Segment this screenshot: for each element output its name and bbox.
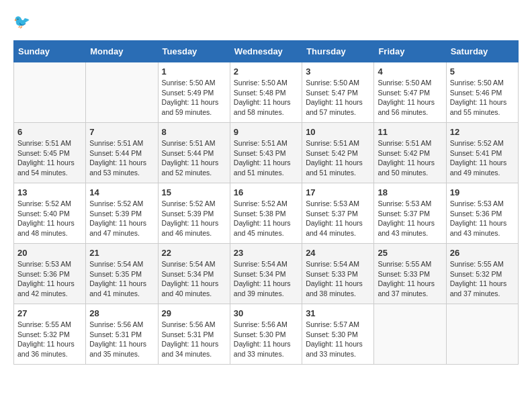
calendar-cell: 6Sunrise: 5:51 AM Sunset: 5:45 PM Daylig…	[14, 123, 86, 183]
day-info: Sunrise: 5:55 AM Sunset: 5:32 PM Dayligh…	[17, 320, 82, 359]
calendar-cell: 28Sunrise: 5:56 AM Sunset: 5:31 PM Dayli…	[86, 304, 158, 365]
calendar-cell: 12Sunrise: 5:52 AM Sunset: 5:41 PM Dayli…	[446, 123, 518, 183]
day-number: 20	[17, 248, 82, 258]
day-number: 30	[234, 308, 298, 318]
day-info: Sunrise: 5:55 AM Sunset: 5:32 PM Dayligh…	[450, 259, 515, 299]
day-number: 8	[162, 127, 226, 137]
calendar-cell: 4Sunrise: 5:50 AM Sunset: 5:47 PM Daylig…	[374, 62, 446, 123]
weekday-header-sunday: Sunday	[14, 41, 86, 62]
day-info: Sunrise: 5:51 AM Sunset: 5:43 PM Dayligh…	[234, 138, 298, 178]
day-number: 17	[306, 187, 370, 197]
day-info: Sunrise: 5:51 AM Sunset: 5:42 PM Dayligh…	[378, 138, 442, 178]
day-number: 13	[17, 187, 82, 197]
day-info: Sunrise: 5:52 AM Sunset: 5:40 PM Dayligh…	[17, 199, 82, 238]
weekday-header-tuesday: Tuesday	[158, 41, 230, 62]
day-number: 23	[234, 248, 298, 258]
day-info: Sunrise: 5:52 AM Sunset: 5:41 PM Dayligh…	[450, 138, 515, 178]
day-number: 24	[306, 248, 370, 258]
calendar-cell: 3Sunrise: 5:50 AM Sunset: 5:47 PM Daylig…	[302, 62, 374, 123]
day-number: 21	[89, 248, 154, 258]
day-info: Sunrise: 5:52 AM Sunset: 5:39 PM Dayligh…	[89, 199, 154, 238]
day-number: 27	[17, 308, 82, 318]
calendar-cell: 8Sunrise: 5:51 AM Sunset: 5:44 PM Daylig…	[158, 123, 230, 183]
calendar-cell: 29Sunrise: 5:56 AM Sunset: 5:31 PM Dayli…	[158, 304, 230, 365]
calendar-week-row: 6Sunrise: 5:51 AM Sunset: 5:45 PM Daylig…	[14, 123, 519, 183]
calendar-cell: 1Sunrise: 5:50 AM Sunset: 5:49 PM Daylig…	[158, 62, 230, 123]
calendar-cell: 31Sunrise: 5:57 AM Sunset: 5:30 PM Dayli…	[302, 304, 374, 365]
calendar-week-row: 27Sunrise: 5:55 AM Sunset: 5:32 PM Dayli…	[14, 304, 519, 365]
logo: 🐦	[13, 13, 33, 30]
weekday-header-monday: Monday	[86, 41, 158, 62]
logo-bird-icon: 🐦	[13, 13, 30, 30]
day-number: 16	[234, 187, 298, 197]
day-info: Sunrise: 5:51 AM Sunset: 5:44 PM Dayligh…	[162, 138, 226, 178]
day-number: 11	[378, 127, 442, 137]
day-number: 29	[162, 308, 226, 318]
day-number: 12	[450, 127, 515, 137]
day-info: Sunrise: 5:50 AM Sunset: 5:46 PM Dayligh…	[450, 78, 515, 118]
calendar-cell: 10Sunrise: 5:51 AM Sunset: 5:42 PM Dayli…	[302, 123, 374, 183]
day-info: Sunrise: 5:53 AM Sunset: 5:37 PM Dayligh…	[306, 199, 370, 238]
calendar-cell	[374, 304, 446, 365]
calendar-cell: 5Sunrise: 5:50 AM Sunset: 5:46 PM Daylig…	[446, 62, 518, 123]
day-number: 6	[17, 127, 82, 137]
day-info: Sunrise: 5:54 AM Sunset: 5:33 PM Dayligh…	[306, 259, 370, 299]
day-number: 2	[234, 66, 298, 77]
day-info: Sunrise: 5:53 AM Sunset: 5:36 PM Dayligh…	[450, 199, 515, 238]
day-number: 15	[162, 187, 226, 197]
day-info: Sunrise: 5:51 AM Sunset: 5:45 PM Dayligh…	[17, 138, 82, 178]
day-info: Sunrise: 5:50 AM Sunset: 5:49 PM Dayligh…	[162, 78, 226, 118]
calendar-cell: 14Sunrise: 5:52 AM Sunset: 5:39 PM Dayli…	[86, 183, 158, 244]
calendar-cell: 30Sunrise: 5:56 AM Sunset: 5:30 PM Dayli…	[230, 304, 302, 365]
day-info: Sunrise: 5:53 AM Sunset: 5:37 PM Dayligh…	[378, 199, 442, 238]
calendar-cell: 7Sunrise: 5:51 AM Sunset: 5:44 PM Daylig…	[86, 123, 158, 183]
weekday-header-row: SundayMondayTuesdayWednesdayThursdayFrid…	[14, 41, 519, 62]
calendar-cell: 11Sunrise: 5:51 AM Sunset: 5:42 PM Dayli…	[374, 123, 446, 183]
day-number: 9	[234, 127, 298, 137]
day-info: Sunrise: 5:50 AM Sunset: 5:48 PM Dayligh…	[234, 78, 298, 118]
calendar-cell: 27Sunrise: 5:55 AM Sunset: 5:32 PM Dayli…	[14, 304, 86, 365]
day-info: Sunrise: 5:56 AM Sunset: 5:31 PM Dayligh…	[162, 320, 226, 359]
day-number: 14	[89, 187, 154, 197]
weekday-header-friday: Friday	[374, 41, 446, 62]
calendar-cell: 26Sunrise: 5:55 AM Sunset: 5:32 PM Dayli…	[446, 244, 518, 304]
page-header: 🐦	[13, 13, 519, 30]
day-info: Sunrise: 5:54 AM Sunset: 5:35 PM Dayligh…	[89, 259, 154, 299]
day-number: 1	[162, 66, 226, 77]
day-number: 25	[378, 248, 442, 258]
calendar-cell: 21Sunrise: 5:54 AM Sunset: 5:35 PM Dayli…	[86, 244, 158, 304]
day-number: 5	[450, 66, 515, 77]
calendar-cell: 17Sunrise: 5:53 AM Sunset: 5:37 PM Dayli…	[302, 183, 374, 244]
calendar-cell: 24Sunrise: 5:54 AM Sunset: 5:33 PM Dayli…	[302, 244, 374, 304]
day-number: 19	[450, 187, 515, 197]
calendar-cell: 18Sunrise: 5:53 AM Sunset: 5:37 PM Dayli…	[374, 183, 446, 244]
calendar-cell	[14, 62, 86, 123]
day-info: Sunrise: 5:54 AM Sunset: 5:34 PM Dayligh…	[162, 259, 226, 299]
day-number: 7	[89, 127, 154, 137]
day-info: Sunrise: 5:50 AM Sunset: 5:47 PM Dayligh…	[378, 78, 442, 118]
calendar-cell: 9Sunrise: 5:51 AM Sunset: 5:43 PM Daylig…	[230, 123, 302, 183]
weekday-header-saturday: Saturday	[446, 41, 518, 62]
day-info: Sunrise: 5:56 AM Sunset: 5:30 PM Dayligh…	[234, 320, 298, 359]
day-info: Sunrise: 5:57 AM Sunset: 5:30 PM Dayligh…	[306, 320, 370, 359]
calendar-cell: 19Sunrise: 5:53 AM Sunset: 5:36 PM Dayli…	[446, 183, 518, 244]
day-info: Sunrise: 5:55 AM Sunset: 5:33 PM Dayligh…	[378, 259, 442, 299]
day-info: Sunrise: 5:51 AM Sunset: 5:42 PM Dayligh…	[306, 138, 370, 178]
day-info: Sunrise: 5:52 AM Sunset: 5:39 PM Dayligh…	[162, 199, 226, 238]
calendar-cell	[86, 62, 158, 123]
day-info: Sunrise: 5:53 AM Sunset: 5:36 PM Dayligh…	[17, 259, 82, 299]
day-info: Sunrise: 5:54 AM Sunset: 5:34 PM Dayligh…	[234, 259, 298, 299]
calendar-cell: 15Sunrise: 5:52 AM Sunset: 5:39 PM Dayli…	[158, 183, 230, 244]
day-number: 10	[306, 127, 370, 137]
calendar-week-row: 20Sunrise: 5:53 AM Sunset: 5:36 PM Dayli…	[14, 244, 519, 304]
day-info: Sunrise: 5:56 AM Sunset: 5:31 PM Dayligh…	[89, 320, 154, 359]
weekday-header-wednesday: Wednesday	[230, 41, 302, 62]
day-number: 28	[89, 308, 154, 318]
calendar-cell: 2Sunrise: 5:50 AM Sunset: 5:48 PM Daylig…	[230, 62, 302, 123]
day-number: 3	[306, 66, 370, 77]
calendar-cell: 16Sunrise: 5:52 AM Sunset: 5:38 PM Dayli…	[230, 183, 302, 244]
day-number: 18	[378, 187, 442, 197]
calendar-cell: 22Sunrise: 5:54 AM Sunset: 5:34 PM Dayli…	[158, 244, 230, 304]
day-number: 22	[162, 248, 226, 258]
day-number: 26	[450, 248, 515, 258]
